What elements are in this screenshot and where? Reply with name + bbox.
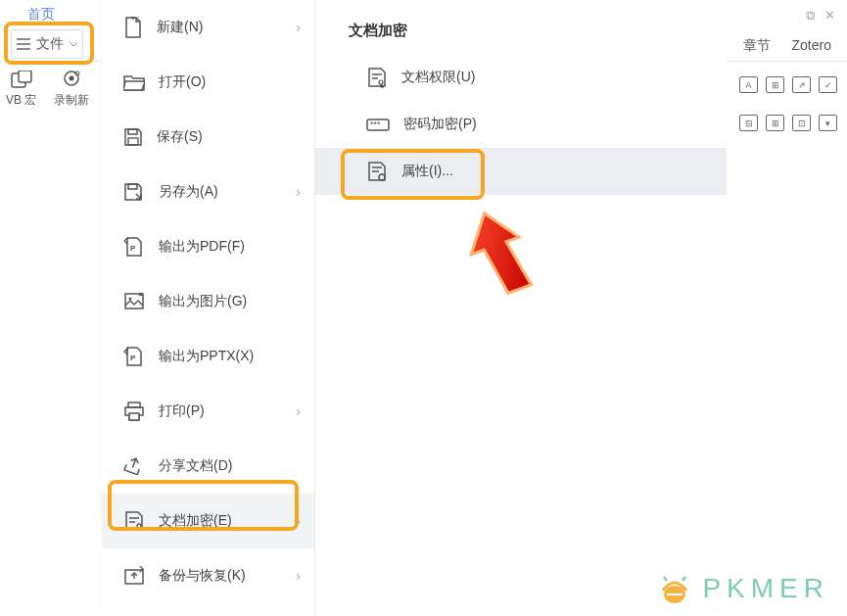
ribbon-icon-d[interactable]: ✓ — [819, 76, 837, 93]
submenu-title: 文档加密 — [315, 0, 727, 54]
submenu-perm-label: 文档权限(U) — [401, 69, 475, 86]
properties-icon — [366, 161, 388, 182]
toolbar-left: VB 宏 录制新 — [6, 71, 89, 109]
ribbon-icon-e[interactable]: ⊟ — [739, 115, 758, 131]
menu-pdf-label: 输出为PDF(F) — [159, 238, 245, 256]
svg-rect-1 — [19, 71, 31, 82]
svg-point-17 — [379, 80, 383, 84]
menu-save[interactable]: 保存(S) — [102, 110, 314, 165]
watermark: PKMER — [657, 571, 829, 606]
share-icon — [123, 457, 145, 475]
menu-open-label: 打开(O) — [159, 73, 206, 91]
menu-save-label: 保存(S) — [157, 128, 203, 146]
vb-icon — [11, 71, 32, 90]
svg-rect-7 — [128, 138, 138, 145]
ribbon-icon-g[interactable]: ⊡ — [792, 115, 811, 131]
window-restore-icon[interactable]: ⧉ — [806, 8, 815, 24]
file-menu-panel: + 新建(N) 打开(O) 保存(S) 另存为(A) P 输出为PDF(F) 输… — [102, 0, 315, 616]
tb-record[interactable]: 录制新 — [54, 71, 89, 109]
tab-home[interactable]: 首页 — [27, 6, 55, 24]
submenu-permissions[interactable]: 文档权限(U) — [315, 54, 727, 101]
menu-image[interactable]: 输出为图片(G) — [102, 274, 314, 329]
red-arrow-annotation — [465, 206, 534, 304]
tb-vb[interactable]: VB 宏 — [6, 71, 36, 109]
pdf-icon: P — [123, 236, 145, 258]
svg-text:***: *** — [370, 119, 381, 129]
file-menu-button[interactable]: 文件 — [11, 29, 83, 59]
menu-open[interactable]: 打开(O) — [102, 55, 314, 110]
svg-point-15 — [137, 524, 141, 528]
svg-point-20 — [379, 174, 385, 180]
svg-rect-6 — [128, 129, 137, 134]
watermark-text: PKMER — [702, 573, 829, 604]
menu-print-label: 打印(P) — [159, 403, 205, 420]
print-icon — [123, 402, 145, 421]
menu-new[interactable]: + 新建(N) — [102, 0, 314, 55]
menu-share[interactable]: 分享文档(D) — [102, 439, 314, 494]
menu-print[interactable]: 打印(P) — [102, 384, 314, 439]
image-icon — [123, 292, 145, 311]
encrypt-icon — [123, 510, 145, 532]
backup-icon — [123, 566, 145, 586]
watermark-logo-icon — [657, 571, 692, 606]
menu-encrypt-label: 文档加密(E) — [159, 512, 232, 530]
window-close-icon[interactable]: ✕ — [824, 8, 835, 24]
svg-rect-10 — [125, 294, 143, 308]
menu-pptx[interactable]: P 输出为PPTX(X) — [102, 329, 314, 384]
pptx-icon: P — [123, 346, 145, 367]
svg-rect-14 — [129, 413, 139, 420]
tab-chapter[interactable]: 章节 — [743, 37, 771, 55]
menu-backup-label: 备份与恢复(K) — [159, 567, 246, 585]
save-icon — [123, 127, 143, 147]
new-doc-icon: + — [123, 17, 143, 38]
ribbon-icons-row1: A ⊞ ↗ ✓ — [728, 55, 843, 93]
svg-rect-8 — [128, 184, 137, 189]
svg-text:P: P — [130, 244, 136, 253]
open-icon — [123, 73, 145, 91]
menu-saveas[interactable]: 另存为(A) — [102, 165, 314, 219]
ribbon-icon-a[interactable]: A — [739, 76, 758, 93]
menu-new-label: 新建(N) — [157, 19, 203, 36]
ribbon-icon-f[interactable]: ⊞ — [766, 115, 784, 131]
tab-zotero[interactable]: Zotero — [792, 37, 831, 55]
menu-pdf[interactable]: P 输出为PDF(F) — [102, 219, 314, 274]
ribbon-icon-c[interactable]: ↗ — [792, 76, 811, 93]
menu-saveas-label: 另存为(A) — [159, 183, 218, 201]
record-icon — [61, 71, 82, 90]
submenu-properties[interactable]: 属性(I)... — [315, 148, 727, 195]
menu-backup[interactable]: 备份与恢复(K) — [102, 548, 314, 603]
svg-point-3 — [70, 76, 74, 81]
saveas-icon — [123, 182, 145, 202]
menu-image-label: 输出为图片(G) — [159, 293, 247, 310]
svg-text:+: + — [135, 17, 141, 21]
ribbon-icon-h[interactable]: ▾ — [819, 115, 837, 131]
submenu-password[interactable]: *** 密码加密(P) — [315, 101, 727, 148]
file-button-label: 文件 — [36, 35, 64, 53]
tb-record-label: 录制新 — [54, 92, 89, 109]
doc-perm-icon — [366, 67, 388, 88]
hamburger-icon — [17, 38, 30, 50]
menu-pptx-label: 输出为PPTX(X) — [159, 348, 254, 365]
password-icon: *** — [366, 116, 390, 133]
submenu-prop-label: 属性(I)... — [401, 163, 453, 180]
menu-encrypt[interactable]: 文档加密(E) — [102, 494, 314, 548]
menu-share-label: 分享文档(D) — [159, 457, 232, 475]
tb-vb-label: VB 宏 — [6, 92, 36, 109]
ribbon-icon-b[interactable]: ⊞ — [766, 76, 784, 93]
encrypt-submenu-panel: 文档加密 文档权限(U) *** 密码加密(P) 属性(I)... — [315, 0, 727, 616]
ribbon-icons-row2: ⊟ ⊞ ⊡ ▾ — [728, 93, 843, 131]
svg-text:P: P — [130, 354, 136, 362]
chevron-down-icon — [70, 42, 77, 47]
submenu-pwd-label: 密码加密(P) — [403, 116, 477, 133]
right-area: ⧉ ✕ 章节 Zotero A ⊞ ↗ ✓ ⊟ ⊞ ⊡ ▾ — [728, 0, 843, 131]
